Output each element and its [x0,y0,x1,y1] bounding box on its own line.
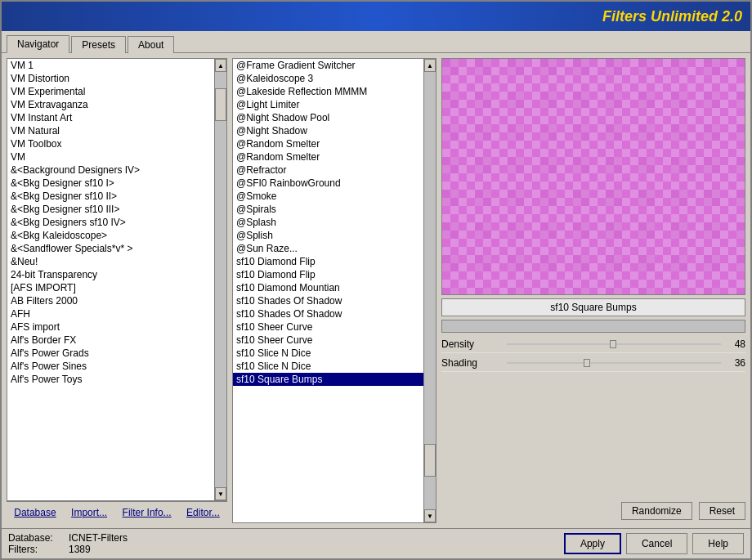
scroll-up-btn[interactable]: ▲ [215,59,226,72]
middle-list-item[interactable]: @Light Limiter [233,98,423,111]
editor-btn[interactable]: Editor... [183,505,223,520]
filter-info-btn[interactable]: Filter Info... [119,505,175,520]
middle-list-item[interactable]: @SFI0 RainbowGround [233,177,423,190]
scroll-thumb[interactable] [215,88,226,121]
left-list-item[interactable]: VM Toolbox [7,137,214,150]
middle-list-item[interactable]: @Kaleidoscope 3 [233,72,423,85]
middle-list-item[interactable]: @Lakeside Reflection MMMM [233,85,423,98]
slider-thumb[interactable] [584,359,590,367]
middle-list-item[interactable]: @Random Smelter [233,150,423,164]
footer-info: Database: ICNET-Filters Filters: 1389 [8,532,128,555]
filter-name-label: sf10 Square Bumps [550,302,636,313]
left-list-item[interactable]: AFS import [7,320,214,334]
left-list-item[interactable]: VM 1 [7,59,214,72]
middle-list-item[interactable]: @Spirals [233,203,423,216]
database-btn[interactable]: Database [11,505,59,520]
help-btn[interactable]: Help [692,533,744,554]
scroll-down-btn[interactable]: ▼ [215,487,226,500]
middle-scroll-down-btn[interactable]: ▼ [424,509,436,522]
middle-scroll-up-btn[interactable]: ▲ [424,59,436,72]
middle-list-item[interactable]: @Frame Gradient Switcher [233,59,423,72]
left-list-item[interactable]: VM Distortion [7,72,214,85]
randomize-btn[interactable]: Randomize [621,502,692,520]
main-window: Filters Unlimited 2.0 Navigator Presets … [0,0,752,560]
middle-list-item[interactable]: sf10 Slice N Dice [233,347,423,360]
tab-about[interactable]: About [128,36,174,53]
middle-list-wrapper: @Frame Gradient Switcher@Kaleidoscope 3@… [232,58,436,523]
tabs-bar: Navigator Presets About [2,31,750,53]
footer-actions: Apply Cancel Help [564,533,744,554]
middle-list-item[interactable]: @Splash [233,216,423,229]
left-list-item[interactable]: VM [7,150,214,164]
left-list-item[interactable]: &<Bkg Designer sf10 I> [7,177,214,190]
middle-list-item[interactable]: sf10 Diamond Flip [233,268,423,281]
middle-list-item[interactable]: sf10 Shades Of Shadow [233,294,423,307]
left-list-item[interactable]: VM Experimental [7,85,214,98]
param-label: Shading [441,357,507,369]
param-row: Density48 [441,336,745,353]
params-area: Density48Shading36 [441,336,745,495]
left-scrollbar: ▲ ▼ [214,58,227,501]
left-list-item[interactable]: 24-bit Transparency [7,268,214,281]
left-list-item[interactable]: Alf's Power Toys [7,373,214,386]
left-list-item[interactable]: Alf's Border FX [7,334,214,347]
scroll-track[interactable] [215,72,226,487]
middle-list-item[interactable]: @Night Shadow Pool [233,111,423,124]
filter-name-bar: sf10 Square Bumps [441,298,745,316]
import-btn[interactable]: Import... [68,505,110,520]
left-list-item[interactable]: Alf's Power Sines [7,360,214,373]
param-slider[interactable] [507,338,721,351]
middle-list-item[interactable]: sf10 Shades Of Shadow [233,307,423,320]
svg-rect-5 [442,59,745,294]
middle-list-item[interactable]: @Smoke [233,190,423,203]
left-list-item[interactable]: VM Natural [7,124,214,137]
slider-thumb[interactable] [610,340,616,348]
bottom-buttons: Database Import... Filter Info... Editor… [7,501,227,523]
left-list-item[interactable]: VM Instant Art [7,111,214,124]
middle-scroll-track[interactable] [424,72,436,509]
left-list-item[interactable]: &<Bkg Designer sf10 III> [7,203,214,216]
param-value: 36 [721,357,745,369]
left-list-item[interactable]: &Neu! [7,255,214,268]
tab-presets[interactable]: Presets [71,36,126,53]
left-list-item[interactable]: [AFS IMPORT] [7,281,214,294]
middle-list-item[interactable]: sf10 Diamond Mountian [233,281,423,294]
param-slider[interactable] [507,356,721,370]
left-list-item[interactable]: AB Filters 2000 [7,294,214,307]
middle-list-item[interactable]: @Sun Raze... [233,242,423,255]
database-value: ICNET-Filters [69,532,128,544]
left-list-item[interactable]: &<Sandflower Specials*v* > [7,242,214,255]
category-list[interactable]: VM 1VM DistortionVM ExperimentalVM Extra… [7,58,214,501]
middle-list-item[interactable]: @Refractor [233,164,423,177]
tab-navigator[interactable]: Navigator [7,35,69,53]
apply-btn[interactable]: Apply [564,533,621,554]
left-list-item[interactable]: Alf's Power Grads [7,347,214,360]
left-list-item[interactable]: VM Extravaganza [7,98,214,111]
middle-list-item[interactable]: sf10 Square Bumps [233,373,423,386]
middle-list-item[interactable]: @Splish [233,229,423,242]
middle-list-item[interactable]: sf10 Sheer Curve [233,320,423,334]
preview-area [441,58,745,295]
middle-list-item[interactable]: sf10 Sheer Curve [233,334,423,347]
middle-list-item[interactable]: @Night Shadow [233,124,423,137]
middle-panel: @Frame Gradient Switcher@Kaleidoscope 3@… [232,58,436,523]
left-list-item[interactable]: &<Bkg Kaleidoscope> [7,229,214,242]
filter-list[interactable]: @Frame Gradient Switcher@Kaleidoscope 3@… [232,58,423,523]
main-content: VM 1VM DistortionVM ExperimentalVM Extra… [2,53,750,528]
middle-list-item[interactable]: sf10 Diamond Flip [233,255,423,268]
middle-list-item[interactable]: sf10 Slice N Dice [233,360,423,373]
middle-list-item[interactable]: @Random Smelter [233,137,423,150]
database-label: Database: [8,532,65,544]
param-label: Density [441,338,507,350]
reset-btn[interactable]: Reset [699,502,745,520]
middle-scroll-thumb[interactable] [424,444,436,477]
param-value: 48 [721,338,745,350]
left-list-item[interactable]: &<Background Designers IV> [7,164,214,177]
left-list-item[interactable]: AFH [7,307,214,320]
left-list-item[interactable]: &<Bkg Designer sf10 II> [7,190,214,203]
cancel-btn[interactable]: Cancel [626,533,687,554]
app-title: Filters Unlimited 2.0 [602,8,742,25]
title-bar: Filters Unlimited 2.0 [2,2,750,31]
left-list-item[interactable]: &<Bkg Designers sf10 IV> [7,216,214,229]
left-list-wrapper: VM 1VM DistortionVM ExperimentalVM Extra… [7,58,227,501]
